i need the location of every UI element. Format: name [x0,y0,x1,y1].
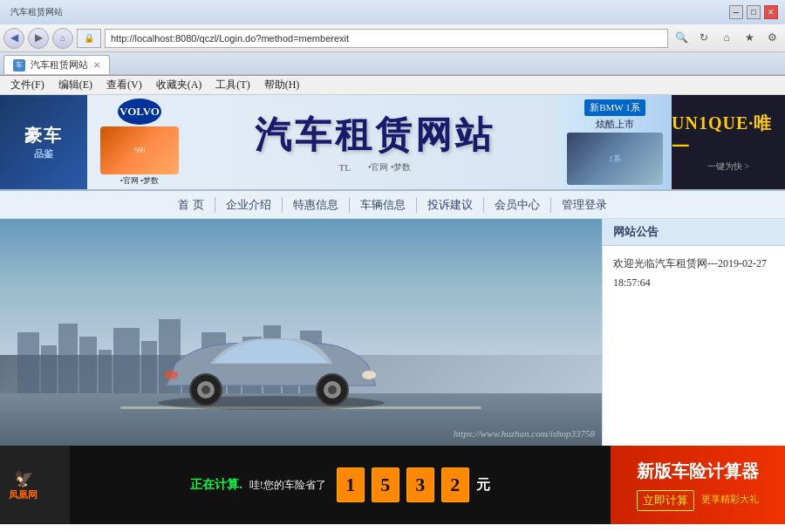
header-tl-label: TL [339,162,351,173]
new-version-section: 新版车险计算器 立即计算 更享精彩大礼 [611,446,785,524]
nav-complaints[interactable]: 投诉建议 [417,197,484,213]
digit-3: 3 [406,467,434,502]
new-version-title: 新版车险计算器 [637,460,759,483]
header-sub-text: •官网 •梦数 [368,161,412,174]
main-content: https://www.huzhan.com/ishop33758 网站公告 欢… [0,219,785,446]
forward-button[interactable]: ▶ [28,28,49,49]
menu-edit[interactable]: 编辑(E) [51,76,99,94]
calculating-text: 正在计算. [190,477,242,493]
unique-logo-text: UN1QUE·唯一 [672,112,785,159]
main-left-panel: https://www.huzhan.com/ishop33758 [0,219,602,446]
nav-home[interactable]: 首 页 [167,197,215,213]
svg-point-6 [328,385,337,394]
header-unique-section: UN1QUE·唯一 一键为快 > [672,95,785,189]
home-nav-icon[interactable]: ⌂ [717,29,736,48]
main-car [149,324,393,415]
volvo-car-image: S60 [100,126,179,174]
menu-file[interactable]: 文件(F) [3,76,51,94]
car-svg [149,324,393,412]
bmw-badge: 新BMW 1系 [584,99,645,116]
search-icon[interactable]: 🔍 [672,29,691,48]
building-5 [99,350,112,393]
header-bmw-section: 新BMW 1系 炫酷上市 1系 [558,95,672,189]
window-controls: ─ □ ✕ [729,5,778,19]
calculator-section: 正在计算. 哇!您的车险省了 1 5 3 2 元 [70,446,611,524]
tab-close-button[interactable]: ✕ [93,60,100,70]
car-banner: https://www.huzhan.com/ishop33758 [0,219,602,446]
address-bar[interactable] [105,29,668,48]
building-2 [41,345,57,393]
security-icon: 🔒 [77,29,101,48]
nav-member[interactable]: 会员中心 [484,197,551,213]
bottom-banner: 🦅 凤凰网 正在计算. 哇!您的车险省了 1 5 3 2 元 新版车险计算器 立… [0,446,785,524]
bmw-car-image: 1系 [567,133,663,185]
nav-admin[interactable]: 管理登录 [551,197,618,213]
prize-text: 更享精彩大礼 [701,493,759,506]
header-luxury-section: 豪车 品鉴 [0,95,87,189]
page-body: 豪车 品鉴 VOLVO S60 •官网 •梦数 汽车租赁网站 TL •官网 •梦… [0,95,785,532]
tab-title: 汽车租赁网站 [31,58,88,72]
home-button[interactable]: ⌂ [52,28,73,49]
digit-1: 1 [337,467,365,502]
site-header: 豪车 品鉴 VOLVO S60 •官网 •梦数 汽车租赁网站 TL •官网 •梦… [0,95,785,191]
bmw-model-label: 1系 [609,153,621,165]
luxury-subtitle: 品鉴 [34,147,53,160]
building-3 [58,324,78,393]
browser-tab[interactable]: 车 汽车租赁网站 ✕ [3,55,110,74]
nav-vehicles[interactable]: 车辆信息 [350,197,417,213]
header-volvo-section: VOLVO S60 •官网 •梦数 [87,95,192,190]
calc-description: 哇!您的车险省了 [249,478,326,493]
svg-point-3 [201,385,210,394]
building-4 [79,337,97,393]
fenghuang-logo: 凤凰网 [9,488,38,501]
currency-unit: 元 [476,476,490,494]
building-6 [113,328,140,393]
notice-content: 欢迎光临汽车租赁网---2019-02-27 18:57:64 [613,255,775,292]
menu-help[interactable]: 帮助(H) [257,76,307,94]
minimize-button[interactable]: ─ [729,5,743,19]
site-navigation: 首 页 企业介绍 特惠信息 车辆信息 投诉建议 会员中心 管理登录 [0,191,785,219]
back-button[interactable]: ◀ [3,28,24,49]
menu-tools[interactable]: 工具(T) [208,76,256,94]
unique-sub-text: 一键为快 > [707,160,749,173]
notice-title: 网站公告 [613,225,659,238]
watermark-text: https://www.huzhan.com/ishop33758 [454,428,595,439]
header-main-title: 汽车租赁网站 TL •官网 •梦数 [192,111,558,174]
close-button[interactable]: ✕ [764,5,778,19]
bmw-sub-text: 炫酷上市 [596,118,634,131]
tab-favicon: 车 [13,59,25,72]
calc-now-button[interactable]: 立即计算 [637,490,694,511]
refresh-icon[interactable]: ↻ [694,29,713,48]
main-right-panel: 网站公告 欢迎光临汽车租赁网---2019-02-27 18:57:64 [602,219,785,446]
volvo-sub-text: •官网 •梦数 [120,175,160,187]
nav-offers[interactable]: 特惠信息 [283,197,350,213]
settings-icon[interactable]: ⚙ [762,29,782,48]
luxury-title: 豪车 [24,124,63,147]
title-bar-text: 汽车租赁网站 [10,6,63,18]
notice-body: 欢迎光临汽车租赁网---2019-02-27 18:57:64 [603,246,785,301]
volvo-logo: VOLVO [118,99,161,125]
volvo-model-label: S60 [134,147,145,154]
site-title-text: 汽车租赁网站 [192,111,558,160]
maximize-button[interactable]: □ [747,5,761,19]
nav-about[interactable]: 企业介绍 [215,197,283,213]
svg-point-7 [362,371,376,379]
menu-view[interactable]: 查看(V) [99,76,149,94]
building-1 [17,332,39,393]
favorites-icon[interactable]: ★ [740,29,759,48]
title-bar: 汽车租赁网站 ─ □ ✕ [0,0,785,24]
bird-icon: 🦅 [14,469,33,488]
fenghuang-section: 🦅 凤凰网 [0,446,70,524]
tab-bar: 车 汽车租赁网站 ✕ [0,52,785,75]
nav-bar: ◀ ▶ ⌂ 🔒 🔍 ↻ ⌂ ★ ⚙ [0,24,785,52]
menu-bar: 文件(F) 编辑(E) 查看(V) 收藏夹(A) 工具(T) 帮助(H) [0,76,785,95]
notice-header: 网站公告 [603,219,785,246]
digit-4: 2 [441,467,469,502]
menu-favorites[interactable]: 收藏夹(A) [149,76,209,94]
digit-2: 5 [372,467,399,502]
svg-point-8 [164,371,178,379]
